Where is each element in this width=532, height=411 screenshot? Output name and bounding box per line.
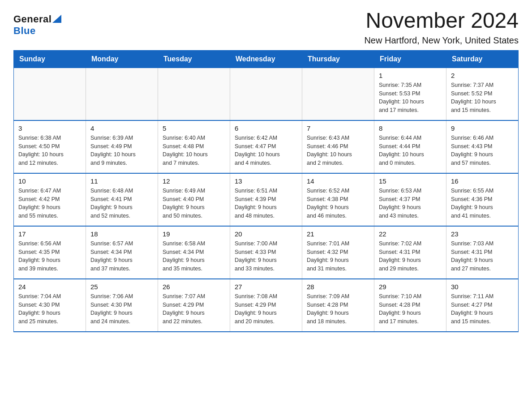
day-number: 14 [307,177,369,185]
calendar-header-row: SundayMondayTuesdayWednesdayThursdayFrid… [14,50,519,68]
day-number: 3 [18,124,81,132]
day-number: 21 [307,230,369,238]
day-number: 27 [235,283,297,291]
day-number: 19 [163,230,225,238]
day-info: Sunrise: 7:10 AMSunset: 4:28 PMDaylight:… [379,292,442,326]
day-number: 16 [451,177,514,185]
calendar-cell: 4Sunrise: 6:39 AMSunset: 4:49 PMDaylight… [86,120,158,173]
day-info: Sunrise: 6:42 AMSunset: 4:47 PMDaylight:… [235,134,297,167]
day-number: 7 [307,124,369,132]
calendar-header-monday: Monday [86,50,158,68]
day-info: Sunrise: 7:02 AMSunset: 4:31 PMDaylight:… [379,240,442,273]
page-title: November 2024 [364,9,519,33]
day-number: 24 [18,283,81,291]
day-number: 17 [18,230,81,238]
day-number: 6 [235,124,297,132]
day-info: Sunrise: 6:53 AMSunset: 4:37 PMDaylight:… [379,187,442,220]
day-info: Sunrise: 6:47 AMSunset: 4:42 PMDaylight:… [18,187,81,220]
day-info: Sunrise: 6:43 AMSunset: 4:46 PMDaylight:… [307,134,369,167]
day-number: 28 [307,283,369,291]
calendar-cell: 22Sunrise: 7:02 AMSunset: 4:31 PMDayligh… [374,226,446,279]
calendar-week-2: 3Sunrise: 6:38 AMSunset: 4:50 PMDaylight… [14,120,519,173]
day-info: Sunrise: 6:51 AMSunset: 4:39 PMDaylight:… [235,187,297,220]
day-number: 1 [379,72,442,79]
day-number: 5 [163,124,225,132]
calendar-cell [158,68,230,120]
calendar-cell: 23Sunrise: 7:03 AMSunset: 4:31 PMDayligh… [446,226,519,279]
day-info: Sunrise: 7:11 AMSunset: 4:27 PMDaylight:… [451,292,514,326]
calendar-cell: 27Sunrise: 7:08 AMSunset: 4:29 PMDayligh… [230,279,302,332]
calendar-cell: 26Sunrise: 7:07 AMSunset: 4:29 PMDayligh… [158,279,230,332]
day-number: 23 [451,230,514,238]
calendar-cell: 11Sunrise: 6:48 AMSunset: 4:41 PMDayligh… [86,173,158,226]
calendar-cell: 2Sunrise: 7:37 AMSunset: 5:52 PMDaylight… [446,68,519,120]
day-info: Sunrise: 6:58 AMSunset: 4:34 PMDaylight:… [163,240,225,273]
calendar-cell: 19Sunrise: 6:58 AMSunset: 4:34 PMDayligh… [158,226,230,279]
calendar-cell: 14Sunrise: 6:52 AMSunset: 4:38 PMDayligh… [302,173,374,226]
calendar-cell: 15Sunrise: 6:53 AMSunset: 4:37 PMDayligh… [374,173,446,226]
day-info: Sunrise: 6:39 AMSunset: 4:49 PMDaylight:… [90,134,153,167]
logo: General Blue [13,9,61,37]
calendar-cell [86,68,158,120]
title-block: November 2024 New Hartford, New York, Un… [364,9,519,46]
calendar-header-friday: Friday [374,50,446,68]
calendar-cell: 30Sunrise: 7:11 AMSunset: 4:27 PMDayligh… [446,279,519,332]
calendar-cell: 8Sunrise: 6:44 AMSunset: 4:44 PMDaylight… [374,120,446,173]
day-number: 2 [451,72,514,79]
calendar-header-tuesday: Tuesday [158,50,230,68]
day-number: 20 [235,230,297,238]
day-number: 30 [451,283,514,291]
calendar-cell: 25Sunrise: 7:06 AMSunset: 4:30 PMDayligh… [86,279,158,332]
logo-triangle-icon [52,15,61,23]
day-number: 4 [90,124,153,132]
calendar-cell: 17Sunrise: 6:56 AMSunset: 4:35 PMDayligh… [14,226,86,279]
day-info: Sunrise: 6:40 AMSunset: 4:48 PMDaylight:… [163,134,225,167]
calendar-cell: 1Sunrise: 7:35 AMSunset: 5:53 PMDaylight… [374,68,446,120]
day-info: Sunrise: 6:52 AMSunset: 4:38 PMDaylight:… [307,187,369,220]
calendar-cell: 16Sunrise: 6:55 AMSunset: 4:36 PMDayligh… [446,173,519,226]
day-number: 25 [90,283,153,291]
day-number: 11 [90,177,153,185]
calendar-cell: 6Sunrise: 6:42 AMSunset: 4:47 PMDaylight… [230,120,302,173]
calendar-cell: 24Sunrise: 7:04 AMSunset: 4:30 PMDayligh… [14,279,86,332]
calendar-cell: 12Sunrise: 6:49 AMSunset: 4:40 PMDayligh… [158,173,230,226]
calendar-header-wednesday: Wednesday [230,50,302,68]
day-info: Sunrise: 7:07 AMSunset: 4:29 PMDaylight:… [163,292,225,326]
page-subtitle: New Hartford, New York, United States [364,35,519,46]
calendar-cell: 7Sunrise: 6:43 AMSunset: 4:46 PMDaylight… [302,120,374,173]
calendar-cell: 28Sunrise: 7:09 AMSunset: 4:28 PMDayligh… [302,279,374,332]
day-number: 29 [379,283,442,291]
calendar-header-thursday: Thursday [302,50,374,68]
day-info: Sunrise: 7:08 AMSunset: 4:29 PMDaylight:… [235,292,297,326]
day-info: Sunrise: 6:48 AMSunset: 4:41 PMDaylight:… [90,187,153,220]
calendar-cell: 18Sunrise: 6:57 AMSunset: 4:34 PMDayligh… [86,226,158,279]
day-number: 8 [379,124,442,132]
svg-marker-0 [52,15,61,23]
calendar-cell: 3Sunrise: 6:38 AMSunset: 4:50 PMDaylight… [14,120,86,173]
calendar-week-1: 1Sunrise: 7:35 AMSunset: 5:53 PMDaylight… [14,68,519,120]
calendar-cell [230,68,302,120]
day-info: Sunrise: 6:38 AMSunset: 4:50 PMDaylight:… [18,134,81,167]
calendar-table: SundayMondayTuesdayWednesdayThursdayFrid… [13,50,519,332]
day-info: Sunrise: 7:03 AMSunset: 4:31 PMDaylight:… [451,240,514,273]
day-info: Sunrise: 7:04 AMSunset: 4:30 PMDaylight:… [18,292,81,326]
day-number: 9 [451,124,514,132]
calendar-cell: 13Sunrise: 6:51 AMSunset: 4:39 PMDayligh… [230,173,302,226]
calendar-week-5: 24Sunrise: 7:04 AMSunset: 4:30 PMDayligh… [14,279,519,332]
calendar-cell: 10Sunrise: 6:47 AMSunset: 4:42 PMDayligh… [14,173,86,226]
day-info: Sunrise: 6:46 AMSunset: 4:43 PMDaylight:… [451,134,514,167]
calendar-week-3: 10Sunrise: 6:47 AMSunset: 4:42 PMDayligh… [14,173,519,226]
calendar-cell: 5Sunrise: 6:40 AMSunset: 4:48 PMDaylight… [158,120,230,173]
calendar-header-saturday: Saturday [446,50,519,68]
day-info: Sunrise: 6:44 AMSunset: 4:44 PMDaylight:… [379,134,442,167]
day-info: Sunrise: 6:49 AMSunset: 4:40 PMDaylight:… [163,187,225,220]
calendar-cell: 21Sunrise: 7:01 AMSunset: 4:32 PMDayligh… [302,226,374,279]
calendar-cell: 29Sunrise: 7:10 AMSunset: 4:28 PMDayligh… [374,279,446,332]
calendar-cell [302,68,374,120]
day-info: Sunrise: 7:06 AMSunset: 4:30 PMDaylight:… [90,292,153,326]
calendar-cell: 20Sunrise: 7:00 AMSunset: 4:33 PMDayligh… [230,226,302,279]
page-header: General Blue November 2024 New Hartford,… [13,9,519,46]
day-info: Sunrise: 7:01 AMSunset: 4:32 PMDaylight:… [307,240,369,273]
day-number: 26 [163,283,225,291]
day-info: Sunrise: 7:35 AMSunset: 5:53 PMDaylight:… [379,81,442,115]
